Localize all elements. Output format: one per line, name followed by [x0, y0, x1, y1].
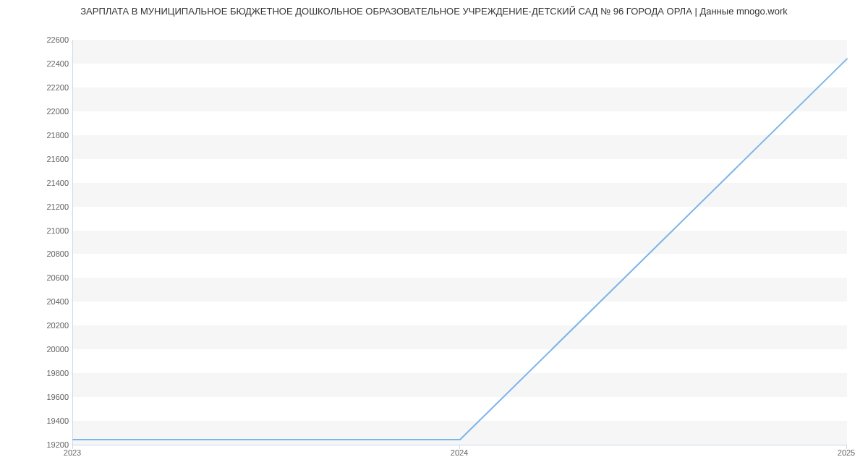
y-tick-label: 22400: [4, 59, 69, 68]
y-tick-label: 21200: [4, 202, 69, 211]
y-tick-label: 20400: [4, 297, 69, 306]
x-tick-label: 2024: [451, 448, 468, 457]
y-tick-label: 20600: [4, 273, 69, 282]
y-tick-label: 21600: [4, 155, 69, 163]
series-line: [73, 40, 847, 445]
y-tick-label: 22600: [4, 35, 69, 44]
y-tick-label: 21000: [4, 226, 69, 235]
y-tick-label: 22000: [4, 107, 69, 116]
y-tick-label: 21400: [4, 179, 69, 187]
y-tick-label: 20000: [4, 345, 69, 354]
y-tick-label: 20800: [4, 249, 69, 258]
x-tick-label: 2023: [64, 448, 81, 457]
y-tick-label: 19600: [4, 393, 69, 401]
chart-title: ЗАРПЛАТА В МУНИЦИПАЛЬНОЕ БЮДЖЕТНОЕ ДОШКО…: [0, 6, 868, 17]
y-tick-label: 19200: [4, 440, 69, 449]
y-tick-label: 21800: [4, 131, 69, 140]
y-tick-label: 20200: [4, 321, 69, 330]
y-tick-label: 19400: [4, 416, 69, 425]
salary-line-chart: ЗАРПЛАТА В МУНИЦИПАЛЬНОЕ БЮДЖЕТНОЕ ДОШКО…: [0, 0, 868, 470]
plot-area: [72, 40, 847, 445]
y-tick-label: 19800: [4, 369, 69, 377]
x-tick-label: 2025: [838, 448, 855, 457]
y-tick-label: 22200: [4, 83, 69, 92]
